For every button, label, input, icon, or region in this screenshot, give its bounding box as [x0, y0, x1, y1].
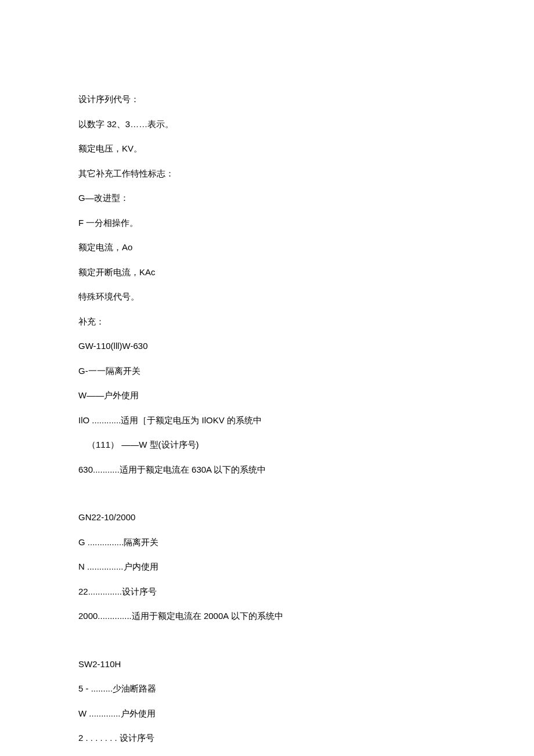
text-line: W——户外使用 [78, 389, 456, 402]
text-line: IlO ............适用［于额定电压为 IlOKV 的系统中 [78, 414, 456, 427]
text-line: 补充： [78, 315, 456, 329]
text-line: （111） ——W 型(设计序号) [78, 438, 456, 452]
text-line: F 一分相操作。 [78, 217, 456, 230]
text-line: SW2-110H [78, 658, 456, 671]
text-line: W .............户外使用 [78, 707, 456, 721]
text-line: G ...............隔离开关 [78, 536, 456, 549]
text-line: 其它补充工作特性标志： [78, 167, 456, 181]
text-line: 22..............设计序号 [78, 585, 456, 599]
text-line: 2 . . . . . . . 设计序号 [78, 732, 456, 745]
text-line: 5 - .........少油断路器 [78, 682, 456, 696]
text-line: 设计序列代号： [78, 93, 456, 106]
text-line: 2000..............适用于额定电流在 2000A 以下的系统中 [78, 610, 456, 623]
text-line: G-一一隔离开关 [78, 365, 456, 378]
text-line: 额定电压，KV。 [78, 142, 456, 156]
text-line: N ...............户内使用 [78, 560, 456, 574]
text-line: GW-110(lll)W-630 [78, 340, 456, 353]
document-body: 设计序列代号：以数字 32、3……表示。额定电压，KV。其它补充工作特性标志：G… [78, 93, 456, 756]
text-line: 额定电流，Ao [78, 241, 456, 254]
text-line: 额定开断电流，KAc [78, 266, 456, 279]
text-line [78, 488, 456, 511]
text-line: 特殊环境代号。 [78, 290, 456, 304]
text-line: 以数字 32、3……表示。 [78, 118, 456, 131]
text-line: GN22-10/2000 [78, 511, 456, 524]
text-line: G—改进型： [78, 192, 456, 205]
text-line: 630...........适用于额定电流在 630A 以下的系统中 [78, 463, 456, 477]
text-line [78, 635, 456, 658]
